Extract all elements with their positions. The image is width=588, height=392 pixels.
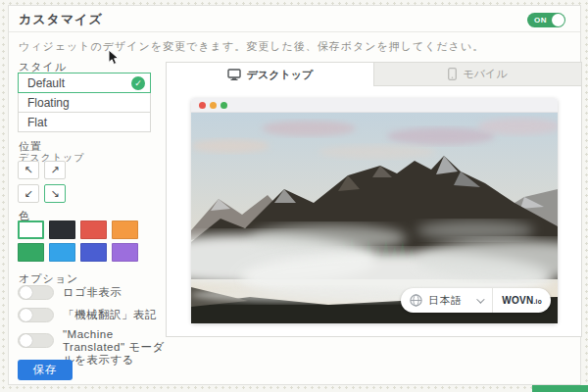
color-swatch-red[interactable] (80, 220, 107, 239)
selected-language: 日本語 (428, 294, 463, 308)
widget-power-toggle[interactable]: ON (527, 13, 565, 27)
option-label: ロゴ非表示 (63, 285, 169, 299)
chevron-down-icon (476, 295, 484, 303)
machine-translated-modal-toggle[interactable] (18, 333, 54, 348)
desktop-monitor-icon (227, 69, 241, 80)
save-button[interactable]: 保存 (18, 360, 73, 380)
browser-mockup: 日本語 WOVN.io (191, 98, 558, 323)
panel-header: カスタマイズ ON (9, 6, 580, 32)
language-selector-widget[interactable]: 日本語 WOVN.io (401, 288, 551, 313)
color-swatch-indigo[interactable] (80, 243, 107, 262)
tab-label: モバイル (463, 67, 507, 81)
color-swatch-black[interactable] (49, 220, 75, 239)
style-list: Default ✓ Floating Flat (18, 73, 151, 132)
toggle-knob (20, 309, 32, 321)
preview-panel: デスクトップ モバイル (166, 62, 582, 337)
wovn-logo: WOVN.io (493, 295, 551, 306)
position-grid: ↖ ↗ ↙ ↘ (18, 161, 66, 203)
description-text: ウィジェットのデザインを変更できます。変更した後、保存ボタンを押してください。 (19, 39, 484, 54)
options-section-label: オプション (19, 271, 78, 286)
style-option-label: Flat (27, 116, 47, 129)
color-swatch-green[interactable] (18, 243, 44, 262)
page-title: カスタマイズ (19, 6, 103, 32)
mountain-photo: 日本語 WOVN.io (191, 113, 558, 323)
color-swatch-light-blue[interactable] (49, 243, 75, 262)
traffic-light-green (220, 102, 227, 109)
color-swatch-grid (18, 220, 138, 262)
color-swatch-white[interactable] (18, 220, 44, 239)
toggle-knob (20, 334, 32, 347)
position-bottom-left-button[interactable]: ↙ (18, 184, 39, 203)
option-row-hide-logo: ロゴ非表示 (18, 285, 169, 300)
style-option-default[interactable]: Default ✓ (18, 73, 151, 93)
preview-tabs: デスクトップ モバイル (167, 63, 581, 86)
mouse-cursor (108, 49, 120, 66)
color-swatch-orange[interactable] (112, 220, 138, 239)
style-option-floating[interactable]: Floating (18, 92, 151, 113)
globe-icon (410, 294, 422, 307)
style-option-label: Default (27, 76, 65, 90)
option-label: 「機械翻訳」表記 (63, 308, 169, 321)
option-row-mt-label: 「機械翻訳」表記 (18, 308, 169, 322)
traffic-light-yellow (210, 102, 217, 109)
browser-titlebar (191, 98, 558, 113)
position-bottom-right-button[interactable]: ↘ (44, 184, 66, 203)
style-option-label: Floating (27, 96, 70, 110)
toggle-knob (20, 286, 32, 299)
toggle-on-label: ON (534, 16, 547, 24)
position-top-left-button[interactable]: ↖ (18, 161, 39, 179)
machine-translation-label-toggle[interactable] (18, 308, 54, 322)
mobile-phone-icon (448, 68, 457, 80)
customize-panel: カスタマイズ ON ウィジェットのデザインを変更できます。変更した後、保存ボタン… (8, 5, 581, 385)
tab-label: デスクトップ (247, 68, 314, 82)
style-option-flat[interactable]: Flat (18, 112, 151, 132)
check-icon: ✓ (131, 76, 145, 90)
color-swatch-purple[interactable] (112, 243, 138, 262)
traffic-light-red (199, 102, 206, 109)
hide-logo-toggle[interactable] (18, 285, 54, 300)
position-top-right-button[interactable]: ↗ (44, 161, 66, 179)
bottom-right-green-element[interactable] (532, 385, 588, 392)
toggle-knob (552, 14, 564, 26)
tab-desktop[interactable]: デスクトップ (167, 63, 373, 86)
option-label: "Machine Translated" モーダルを表示する (63, 327, 169, 367)
tab-mobile[interactable]: モバイル (373, 63, 581, 86)
